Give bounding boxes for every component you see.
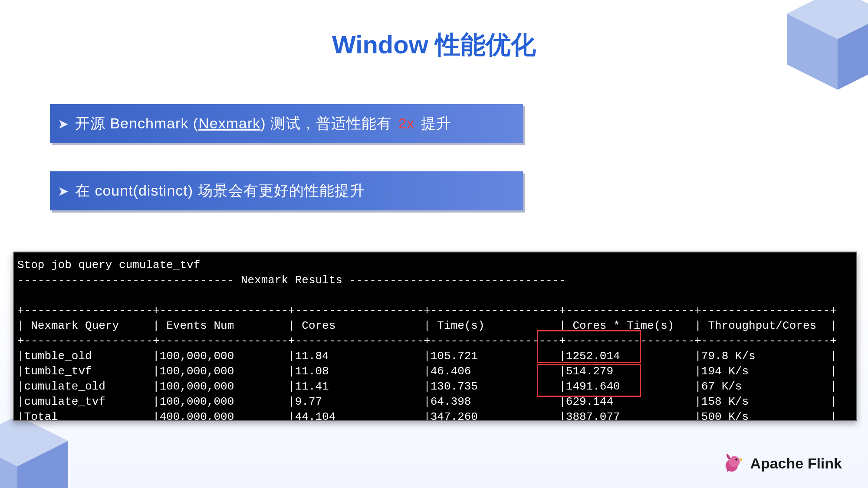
bullet-1-highlight: 2x: [398, 115, 414, 131]
bullet-1-text: 开源 Benchmark (Nexmark) 测试，普适性能有 2x 提升: [75, 114, 451, 134]
terminal-banner: -------------------------------- Nexmark…: [17, 274, 566, 287]
table-row: |tumble_tvf |100,000,000 |11.08 |46.406 …: [17, 365, 837, 378]
terminal-hr: +-------------------+-------------------…: [17, 304, 837, 317]
svg-marker-8: [17, 441, 68, 488]
footer: Apache Flink: [722, 451, 842, 476]
bullet-2-text: 在 count(distinct) 场景会有更好的性能提升: [75, 181, 365, 201]
slide: Window 性能优化 ➤ 开源 Benchmark (Nexmark) 测试，…: [0, 0, 868, 488]
bullet-arrow-icon: ➤: [58, 183, 69, 199]
decor-cube-bottom-left: [0, 410, 74, 488]
slide-title: Window 性能优化: [0, 28, 868, 62]
bullet-1: ➤ 开源 Benchmark (Nexmark) 测试，普适性能有 2x 提升: [50, 104, 523, 143]
table-row: |cumulate_tvf |100,000,000 |9.77 |64.398…: [17, 395, 837, 408]
svg-marker-6: [0, 416, 68, 466]
flink-logo-icon: [722, 451, 744, 476]
bullet-1-link: Nexmark: [198, 115, 260, 131]
svg-point-10: [729, 456, 740, 467]
bullet-2: ➤ 在 count(distinct) 场景会有更好的性能提升: [50, 171, 523, 210]
table-row: |Total |400,000,000 |44.104 |347.260 |38…: [17, 410, 837, 421]
svg-point-11: [736, 459, 738, 461]
table-row: |tumble_old |100,000,000 |11.84 |105.721…: [17, 350, 837, 363]
bullet-arrow-icon: ➤: [58, 116, 69, 131]
terminal-head: | Nexmark Query | Events Num | Cores | T…: [17, 319, 837, 332]
svg-marker-7: [0, 441, 17, 488]
terminal-hr: +-------------------+-------------------…: [17, 334, 837, 347]
terminal-output: Stop job query cumulate_tvf ------------…: [13, 252, 857, 421]
table-row: |cumulate_old |100,000,000 |11.41 |130.7…: [17, 380, 837, 393]
terminal-stop-line: Stop job query cumulate_tvf: [17, 259, 200, 272]
footer-label: Apache Flink: [750, 455, 842, 472]
